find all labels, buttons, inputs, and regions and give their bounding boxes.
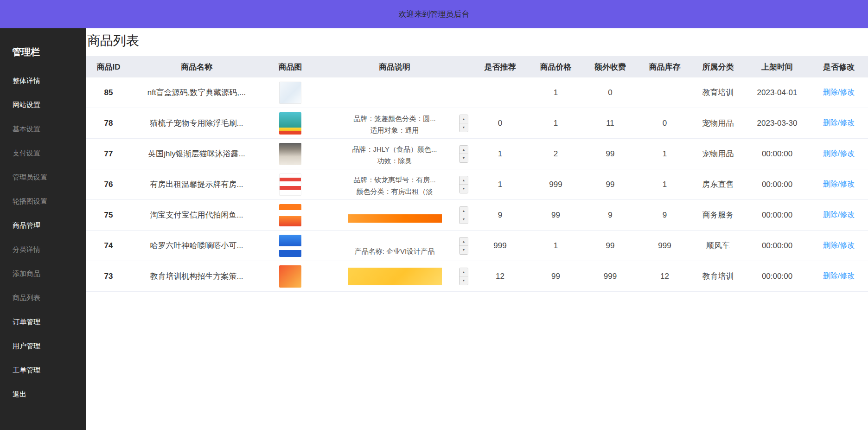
description-line2: 适用对象：通用 <box>370 126 419 134</box>
product-description: 品牌：JHLY（食品）颜色... 功效：除臭 ▲ ▼ <box>318 139 471 169</box>
extra-fee-value: 999 <box>582 261 638 292</box>
stepper-down-icon[interactable]: ▼ <box>460 154 468 162</box>
stepper-up-icon[interactable]: ▲ <box>460 146 468 154</box>
delete-modify-link[interactable]: 删除/修改 <box>823 211 855 218</box>
sidebar-item-site-settings[interactable]: 网站设置 <box>0 93 86 117</box>
product-image <box>279 235 301 257</box>
extra-fee-value: 0 <box>582 77 638 108</box>
sidebar-item-user-management[interactable]: 用户管理 <box>0 334 86 358</box>
number-stepper[interactable]: ▲ ▼ <box>459 176 468 193</box>
table-row: 74 哈罗六叶神哈喽嘀嗒小可... 产品名称: 企业VI设计产品 ▲ ▼ 999 <box>86 231 868 261</box>
category-value: 房东直售 <box>691 169 745 200</box>
sidebar-item-basic-settings[interactable]: 基本设置 <box>0 117 86 141</box>
sidebar-item-add-product[interactable]: 添加商品 <box>0 262 86 286</box>
delete-modify-link[interactable]: 删除/修改 <box>823 272 855 280</box>
product-name: 淘宝支付宝信用代拍闲鱼... <box>131 200 262 231</box>
product-id: 73 <box>86 261 131 292</box>
table-row: 77 英国jhly银渐层猫咪沐浴露... 品牌：JHLY（食品）颜色... 功效… <box>86 139 868 169</box>
listing-time-value: 00:00:00 <box>745 231 810 261</box>
table-header: 商品ID 商品名称 商品图 商品说明 是否推荐 商品价格 额外收费 商品库存 所… <box>86 56 868 77</box>
page-title: 商品列表 <box>87 32 868 50</box>
table-row: 85 nft盲盒源码,数字典藏源码,... 1 0 教育培训 2023-04-0… <box>86 77 868 108</box>
sidebar-item-carousel-settings[interactable]: 轮播图设置 <box>0 189 86 213</box>
listing-time-value: 2023-04-01 <box>745 77 810 108</box>
sidebar: 管理栏 整体详情 网站设置 基本设置 支付设置 管理员设置 轮播图设置 商品管理… <box>0 28 86 430</box>
sidebar-item-product-management[interactable]: 商品管理 <box>0 213 86 237</box>
category-value: 教育培训 <box>691 77 745 108</box>
stepper-down-icon[interactable]: ▼ <box>460 276 468 285</box>
price-value: 1 <box>529 108 582 139</box>
sidebar-item-ticket-management[interactable]: 工单管理 <box>0 358 86 382</box>
listing-time-value: 00:00:00 <box>745 139 810 169</box>
category-value: 宠物用品 <box>691 108 745 139</box>
sidebar-item-logout[interactable]: 退出 <box>0 382 86 406</box>
product-name: 教育培训机构招生方案策... <box>131 261 262 292</box>
description-banner-image <box>348 214 442 223</box>
header-price: 商品价格 <box>529 56 582 77</box>
stepper-down-icon[interactable]: ▼ <box>460 123 468 132</box>
number-stepper[interactable]: ▲ ▼ <box>459 145 468 163</box>
header-listing-time: 上架时间 <box>745 56 810 77</box>
stock-value: 999 <box>638 231 691 261</box>
header-product-id: 商品ID <box>86 56 131 77</box>
header-actions: 是否修改 <box>810 56 868 77</box>
number-stepper[interactable]: ▲ ▼ <box>459 206 468 224</box>
product-name: 猫梳子宠物专用除浮毛刷... <box>131 108 262 139</box>
product-name: 有房出租温馨提示牌有房... <box>131 169 262 200</box>
product-image <box>279 143 301 165</box>
extra-fee-value: 11 <box>582 108 638 139</box>
stepper-up-icon[interactable]: ▲ <box>460 207 468 215</box>
number-stepper[interactable]: ▲ ▼ <box>459 268 468 285</box>
description-banner-image <box>348 268 442 285</box>
delete-modify-link[interactable]: 删除/修改 <box>823 180 855 188</box>
extra-fee-value: 99 <box>582 231 638 261</box>
table-row: 75 淘宝支付宝信用代拍闲鱼... ▲ ▼ 9 99 <box>86 200 868 231</box>
product-description: 品牌：笼趣颜色分类：圆... 适用对象：通用 ▲ ▼ <box>318 108 471 138</box>
price-value: 999 <box>529 169 582 200</box>
price-value: 1 <box>529 231 582 261</box>
listing-time-value: 2023-03-30 <box>745 108 810 139</box>
product-description: 产品名称: 企业VI设计产品 ▲ ▼ <box>318 231 471 261</box>
delete-modify-link[interactable]: 删除/修改 <box>823 149 855 157</box>
banner-welcome-text: 欢迎来到管理员后台 <box>399 9 470 19</box>
price-value: 99 <box>529 261 582 292</box>
recommend-value: 1 <box>471 139 529 169</box>
stepper-up-icon[interactable]: ▲ <box>460 268 468 276</box>
header-product-description: 商品说明 <box>318 56 471 77</box>
sidebar-item-order-management[interactable]: 订单管理 <box>0 310 86 334</box>
header-product-name: 商品名称 <box>131 56 262 77</box>
sidebar-item-payment-settings[interactable]: 支付设置 <box>0 141 86 165</box>
sidebar-title: 管理栏 <box>0 28 86 69</box>
listing-time-value: 00:00:00 <box>745 261 810 292</box>
product-image <box>279 204 301 226</box>
price-value: 2 <box>529 139 582 169</box>
stepper-down-icon[interactable]: ▼ <box>460 215 468 224</box>
product-description <box>318 77 471 108</box>
stepper-down-icon[interactable]: ▼ <box>460 184 468 193</box>
product-image <box>279 173 301 196</box>
sidebar-item-admin-settings[interactable]: 管理员设置 <box>0 165 86 189</box>
stepper-up-icon[interactable]: ▲ <box>460 237 468 246</box>
product-description: ▲ ▼ <box>318 261 471 291</box>
description-line1: 品牌：笼趣颜色分类：圆... <box>353 115 436 122</box>
stock-value: 12 <box>638 261 691 292</box>
stepper-up-icon[interactable]: ▲ <box>460 176 468 185</box>
number-stepper[interactable]: ▲ ▼ <box>459 237 468 255</box>
product-name: nft盲盒源码,数字典藏源码,... <box>131 77 262 108</box>
table-row: 78 猫梳子宠物专用除浮毛刷... 品牌：笼趣颜色分类：圆... 适用对象：通用… <box>86 108 868 139</box>
header-product-image: 商品图 <box>262 56 318 77</box>
table-row: 73 教育培训机构招生方案策... ▲ ▼ 12 99 <box>86 261 868 292</box>
delete-modify-link[interactable]: 删除/修改 <box>823 241 855 249</box>
sidebar-item-product-list[interactable]: 商品列表 <box>0 286 86 310</box>
number-stepper[interactable]: ▲ ▼ <box>459 115 468 132</box>
product-table: 商品ID 商品名称 商品图 商品说明 是否推荐 商品价格 额外收费 商品库存 所… <box>86 56 868 292</box>
stock-value: 9 <box>638 200 691 231</box>
sidebar-item-category-details[interactable]: 分类详情 <box>0 237 86 262</box>
sidebar-item-overall-details[interactable]: 整体详情 <box>0 69 86 93</box>
stepper-down-icon[interactable]: ▼ <box>460 245 468 254</box>
delete-modify-link[interactable]: 删除/修改 <box>823 88 855 96</box>
recommend-value <box>471 77 529 108</box>
delete-modify-link[interactable]: 删除/修改 <box>823 119 855 127</box>
stepper-up-icon[interactable]: ▲ <box>460 115 468 123</box>
extra-fee-value: 9 <box>582 200 638 231</box>
